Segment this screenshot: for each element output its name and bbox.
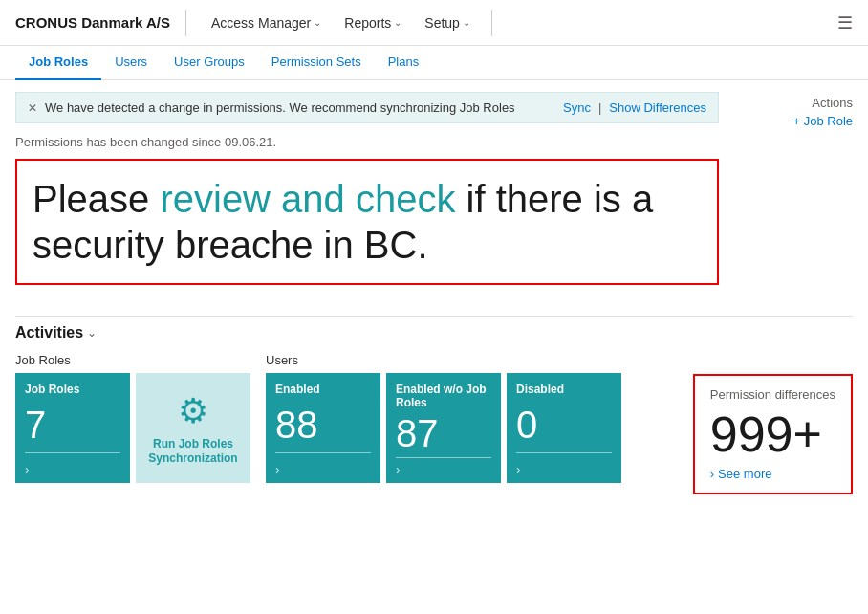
activities-section: Activities ⌄ Job Roles Job Roles 7 › ⚙ R… bbox=[0, 316, 868, 510]
header: CRONUS Danmark A/S Access Manager ⌄ Repo… bbox=[0, 0, 868, 46]
tile-arrow-icon: › bbox=[396, 462, 491, 477]
subnav: Job Roles Users User Groups Permission S… bbox=[0, 46, 868, 80]
tile-arrow-icon: › bbox=[516, 462, 612, 477]
nav-reports[interactable]: Reports ⌄ bbox=[335, 11, 411, 34]
enabled-wo-tile-label: Enabled w/o Job Roles bbox=[396, 383, 491, 410]
perm-diff-label: Permission differences bbox=[710, 387, 835, 402]
perm-diff-container: Permission differences 999+ › See more bbox=[693, 374, 853, 494]
hamburger-menu[interactable]: ☰ bbox=[837, 12, 853, 33]
tile-arrow-icon: › bbox=[275, 462, 371, 477]
alert-banner: ✕ We have detected a change in permissio… bbox=[15, 92, 719, 123]
header-divider bbox=[185, 10, 186, 36]
chevron-down-icon: ⌄ bbox=[394, 17, 401, 28]
activities-title: Activities bbox=[15, 324, 83, 341]
subnav-job-roles[interactable]: Job Roles bbox=[15, 46, 101, 80]
enabled-tile-label: Enabled bbox=[275, 383, 371, 396]
job-roles-group-label: Job Roles bbox=[15, 353, 250, 367]
disabled-tile[interactable]: Disabled 0 › bbox=[507, 373, 621, 483]
tile-arrow-icon: › bbox=[25, 462, 120, 477]
top-nav: Access Manager ⌄ Reports ⌄ Setup ⌄ bbox=[202, 11, 480, 34]
users-tile-row: Enabled 88 › Enabled w/o Job Roles 87 › … bbox=[266, 373, 621, 483]
alert-close-button[interactable]: ✕ bbox=[28, 101, 37, 115]
company-name: CRONUS Danmark A/S bbox=[15, 14, 170, 31]
left-panel: ✕ We have detected a change in permissio… bbox=[15, 92, 719, 300]
job-roles-tile-row: Job Roles 7 › ⚙ Run Job Roles Synchroniz… bbox=[15, 373, 250, 483]
permission-differences-tile: Permission differences 999+ › See more bbox=[693, 374, 853, 494]
sync-tile[interactable]: ⚙ Run Job Roles Synchronization bbox=[136, 373, 250, 483]
subnav-users[interactable]: Users bbox=[101, 46, 161, 80]
see-more-link[interactable]: › See more bbox=[710, 467, 835, 481]
message-box: Please review and check if there is a se… bbox=[15, 159, 719, 285]
permissions-changed-text: Permissions has been changed since 09.06… bbox=[15, 135, 719, 149]
subnav-user-groups[interactable]: User Groups bbox=[161, 46, 258, 80]
tile-separator bbox=[516, 452, 612, 453]
job-roles-tile-value: 7 bbox=[25, 404, 120, 446]
enabled-tile-value: 88 bbox=[275, 404, 371, 446]
subnav-plans[interactable]: Plans bbox=[375, 46, 433, 80]
chevron-down-icon: ⌄ bbox=[463, 17, 470, 28]
job-roles-tile-label: Job Roles bbox=[25, 383, 120, 396]
alert-text: We have detected a change in permissions… bbox=[45, 100, 555, 115]
see-more-text: See more bbox=[718, 467, 771, 481]
right-panel: Actions + Job Role bbox=[738, 92, 853, 300]
users-tile-group: Users Enabled 88 › Enabled w/o Job Roles… bbox=[266, 353, 621, 483]
sync-tile-label: Run Job Roles Synchronization bbox=[145, 437, 241, 465]
disabled-tile-value: 0 bbox=[516, 404, 612, 446]
main-message: Please review and check if there is a se… bbox=[33, 176, 702, 268]
chevron-right-icon: › bbox=[710, 467, 714, 481]
add-job-role-link[interactable]: + Job Role bbox=[792, 114, 853, 128]
enabled-wo-tile-value: 87 bbox=[396, 412, 491, 454]
sync-gear-icon: ⚙ bbox=[178, 391, 208, 431]
subnav-permission-sets[interactable]: Permission Sets bbox=[258, 46, 375, 80]
header-divider2 bbox=[491, 10, 492, 36]
activities-header: Activities ⌄ bbox=[15, 316, 853, 341]
enabled-wo-job-roles-tile[interactable]: Enabled w/o Job Roles 87 › bbox=[386, 373, 501, 483]
disabled-tile-label: Disabled bbox=[516, 383, 612, 396]
tiles-container: Job Roles Job Roles 7 › ⚙ Run Job Roles … bbox=[15, 353, 853, 494]
highlight-text: review and check bbox=[160, 178, 455, 220]
sync-link[interactable]: Sync bbox=[563, 100, 591, 115]
job-roles-tile-group: Job Roles Job Roles 7 › ⚙ Run Job Roles … bbox=[15, 353, 250, 483]
activities-chevron-icon[interactable]: ⌄ bbox=[87, 326, 97, 340]
tile-separator bbox=[396, 457, 491, 458]
job-roles-tile[interactable]: Job Roles 7 › bbox=[15, 373, 130, 483]
nav-access-manager[interactable]: Access Manager ⌄ bbox=[202, 11, 331, 34]
tile-separator bbox=[25, 452, 120, 453]
show-differences-link[interactable]: Show Differences bbox=[609, 100, 706, 115]
users-group-label: Users bbox=[266, 353, 621, 367]
chevron-down-icon: ⌄ bbox=[314, 17, 321, 28]
tile-separator bbox=[275, 452, 371, 453]
main-content: ✕ We have detected a change in permissio… bbox=[0, 80, 868, 316]
perm-diff-value: 999+ bbox=[710, 409, 835, 459]
nav-setup[interactable]: Setup ⌄ bbox=[415, 11, 480, 34]
actions-label: Actions bbox=[812, 96, 853, 110]
enabled-tile[interactable]: Enabled 88 › bbox=[266, 373, 380, 483]
